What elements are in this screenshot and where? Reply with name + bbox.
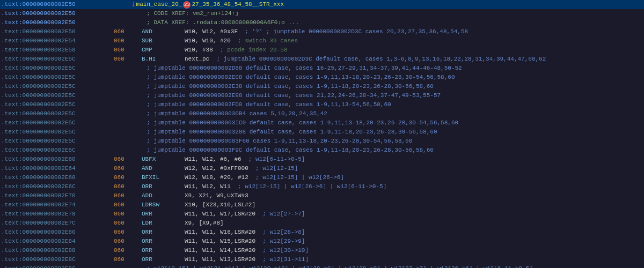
mnemonic: ORR (142, 255, 185, 264)
comment: ; w12[12-15] (248, 164, 298, 173)
address: .text:000000000002E60 (1, 155, 114, 164)
table-row[interactable]: .text:000000000002E6C 060ORRW11, W12, W1… (0, 182, 644, 191)
operands: W10, W10, #20 (185, 36, 231, 46)
table-row[interactable]: .text:000000000002E50 060ANDW10, W12, #0… (0, 27, 644, 36)
hex-byte: 060 (114, 237, 130, 246)
hex-byte: 060 (114, 246, 130, 255)
mnemonic: AND (142, 164, 185, 173)
table-row[interactable]: .text:000000000002E8C 060ORRW11, W11, W1… (0, 255, 644, 264)
address: .text:000000000002E5C (1, 64, 114, 73)
hex-byte: 060 (114, 55, 130, 64)
mnemonic: ORR (142, 246, 185, 255)
operands: W11, W12, #6, #6 (185, 155, 241, 164)
address: .text:000000000002E74 (1, 200, 114, 210)
hex-byte: 060 (114, 164, 130, 173)
operands: W12, W18, #20, #12 (185, 173, 248, 182)
address: .text:000000000002E5C (1, 82, 114, 91)
mnemonic: ADD (142, 191, 185, 200)
comment: ; w12[12-15] | w12[26->6] (248, 173, 344, 182)
address: .text:000000000002E78 (1, 210, 114, 219)
operands: W11, W11, W16,LSR#20 (185, 228, 255, 237)
table-row[interactable]: .text:000000000002E50 ↓main_case_20_2327… (0, 0, 644, 9)
table-row[interactable]: .text:000000000002E5C ; jumptable 000000… (0, 146, 644, 155)
operands: X10, [X23,X10,LSL#2] (185, 200, 255, 210)
address: .text:000000000002E54 (1, 36, 114, 46)
table-row[interactable]: .text:000000000002E5C ; jumptable 000000… (0, 128, 644, 137)
address: .text:000000000002E50 (1, 18, 114, 27)
comment: ; jumptable 00000000000003F60 cases 1-9,… (140, 137, 412, 146)
mnemonic: BFXIL (142, 173, 185, 182)
comment: ; w12[12-15] | w12[26->6] | w12[6-11->0-… (231, 182, 386, 191)
mnemonic: ORR (142, 228, 185, 237)
table-row[interactable]: .text:000000000002E5C ; jumptable 000000… (0, 91, 644, 100)
comment: ; jumptable 0000000000003208 default cas… (140, 128, 437, 137)
operands: W11, W11, W15,LSR#20 (185, 237, 255, 246)
func-suffix: 27_35_36_48_54_58__STR_xxx (192, 0, 284, 9)
table-row[interactable]: .text:000000000002E5C ; jumptable 000000… (0, 137, 644, 146)
operands: next_pc (185, 55, 209, 64)
table-row[interactable]: .text:000000000002E5C ; jumptable 000000… (0, 109, 644, 118)
table-row[interactable]: .text:000000000002E88 060ORRW11, W11, W1… (0, 246, 644, 255)
mnemonic: UBFX (142, 155, 185, 164)
comment: ; DATA XREF: .rodata:000000000000A6F0↓o … (140, 18, 299, 27)
address: .text:000000000002E50 (1, 27, 114, 36)
table-row[interactable]: .text:000000000002E5C ; jumptable 000000… (0, 73, 644, 82)
table-row[interactable]: .text:000000000002E60 060UBFXW11, W12, #… (0, 155, 644, 164)
address: .text:000000000002E5C (1, 100, 114, 109)
operands: W11, W11, W13,LSR#20 (185, 255, 255, 264)
table-row[interactable]: .text:000000000002E7C 060LDRX9, [X9,#8] (0, 219, 644, 228)
mnemonic: ORR (142, 210, 185, 219)
address: .text:000000000002E6C (1, 182, 114, 191)
table-row[interactable]: .text:000000000002E5C 060B.HInext_pc ; j… (0, 55, 644, 64)
comment: ; jumptable 00000000000030B4 cases 5,10,… (140, 109, 327, 118)
address: .text:000000000002E5C (1, 91, 114, 100)
mnemonic: SUB (142, 36, 185, 46)
address: .text:000000000002E5C (1, 109, 114, 118)
comment: ; jumptable 000000000002E38 default case… (140, 82, 434, 91)
mnemonic: LDR (142, 219, 185, 228)
table-row[interactable]: .text:000000000002E50 ; DATA XREF: .roda… (0, 18, 644, 27)
hex-byte: 060 (114, 210, 130, 219)
comment: ; pcode index 20-58 (213, 46, 288, 55)
operands: W10, W12, #0x3F (185, 27, 238, 36)
address: .text:000000000002E88 (1, 246, 114, 255)
comment: ; w12[6-11->0-5] (241, 155, 305, 164)
table-row[interactable]: .text:000000000002E5C ; jumptable 000000… (0, 118, 644, 128)
table-row[interactable]: .text:000000000002E80 060ORRW11, W11, W1… (0, 228, 644, 237)
address: .text:000000000002E50 (1, 0, 114, 9)
table-row[interactable]: .text:000000000002E5C ; jumptable 000000… (0, 100, 644, 109)
table-row[interactable]: .text:000000000002E50 ; CODE XREF: vm2_r… (0, 9, 644, 18)
code-view: .text:000000000002E50 ↓main_case_20_2327… (0, 0, 644, 268)
hex-byte: 060 (114, 219, 130, 228)
hex-byte: 060 (114, 173, 130, 182)
comment: ; jumptable 000000000002D88 default case… (140, 64, 462, 73)
table-row[interactable]: .text:000000000002E58 060CMPW10, #38 ; p… (0, 46, 644, 55)
address: .text:000000000002E8C (1, 264, 114, 268)
table-row[interactable]: .text:000000000002E8C ; w12[12-15] | w12… (0, 264, 644, 268)
comment: ; switch 39 cases (231, 36, 298, 46)
address: .text:000000000002E70 (1, 191, 114, 200)
table-row[interactable]: .text:000000000002E5C ; jumptable 000000… (0, 82, 644, 91)
comment: ; jumptable 000000000002E08 default case… (140, 73, 455, 82)
address: .text:000000000002E68 (1, 173, 114, 182)
operands: X9, [X9,#8] (185, 219, 224, 228)
comment: ; w12[29->9] (255, 237, 305, 246)
table-row[interactable]: .text:000000000002E74 060LDRSWX10, [X23,… (0, 200, 644, 210)
hex-byte: 060 (114, 155, 130, 164)
address: .text:000000000002E58 (1, 46, 114, 55)
hex-byte: 060 (114, 255, 130, 264)
comment: ; w12[27->7] (255, 210, 305, 219)
operands: W12, W12, #0xFF000 (185, 164, 248, 173)
operands: W10, #38 (185, 46, 213, 55)
table-row[interactable]: .text:000000000002E68 060BFXILW12, W18, … (0, 173, 644, 182)
table-row[interactable]: .text:000000000002E5C ; jumptable 000000… (0, 64, 644, 73)
address: .text:000000000002E64 (1, 164, 114, 173)
table-row[interactable]: .text:000000000002E84 060ORRW11, W11, W1… (0, 237, 644, 246)
address: .text:000000000002E5C (1, 118, 114, 128)
comment: ; w12[28->8] (255, 228, 305, 237)
table-row[interactable]: .text:000000000002E70 060ADDX9, X21, W9,… (0, 191, 644, 200)
table-row[interactable]: .text:000000000002E64 060ANDW12, W12, #0… (0, 164, 644, 173)
table-row[interactable]: .text:000000000002E54 060SUBW10, W10, #2… (0, 36, 644, 46)
table-row[interactable]: .text:000000000002E78 060ORRW11, W11, W1… (0, 210, 644, 219)
comment: ; jumptable 0000000000003IC0 default cas… (140, 118, 458, 128)
